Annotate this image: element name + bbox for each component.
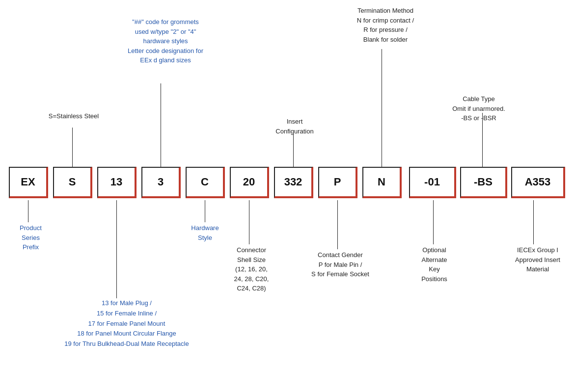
annotation-c-below: HardwareStyle: [179, 223, 231, 242]
box-332: 332: [274, 167, 313, 198]
annotation-01-below: OptionalAlternateKeyPositions: [409, 245, 460, 284]
vline-ex-down: [28, 200, 28, 222]
box-n: N: [362, 167, 402, 198]
box-01-label: -01: [424, 176, 440, 188]
box-s-label: S: [69, 176, 76, 188]
box-332-label: 332: [284, 176, 302, 188]
vline-n-up: [382, 49, 382, 167]
box-bs: -BS: [460, 167, 507, 198]
annotation-13-below: 13 for Male Plug /15 for Female Inline /…: [53, 298, 200, 349]
box-01: -01: [409, 167, 456, 198]
annotation-bs-above: Cable TypeOmit if unarmored.-BS or -BSR: [437, 94, 520, 123]
annotation-20-below: ConnectorShell Size(12, 16, 20,24, 28, C…: [222, 245, 281, 293]
box-ex-label: EX: [21, 176, 35, 188]
vline-c-down: [205, 200, 205, 222]
diagram-container: EX S 13 3 C 20 332 P N -01 -BS A353: [0, 0, 575, 392]
box-3-label: 3: [158, 176, 164, 188]
box-13: 13: [97, 167, 137, 198]
box-3: 3: [141, 167, 181, 198]
box-13-label: 13: [110, 176, 122, 188]
box-a353-label: A353: [525, 176, 551, 188]
vline-332-up: [293, 131, 294, 167]
annotation-n-above: Termination MethodN for crimp contact /R…: [336, 6, 435, 44]
vline-3-up: [161, 83, 161, 167]
vline-13-down: [116, 200, 117, 298]
box-bs-label: -BS: [474, 176, 493, 188]
box-c-label: C: [201, 176, 209, 188]
annotation-p-below: Contact GenderP for Male Pin /S for Fema…: [299, 250, 382, 279]
box-n-label: N: [378, 176, 385, 188]
box-20-label: 20: [243, 176, 255, 188]
vline-p-down: [337, 200, 338, 249]
vline-01-down: [433, 200, 434, 244]
box-ex: EX: [9, 167, 48, 198]
vline-20-down: [249, 200, 249, 244]
vline-a353-down: [533, 200, 534, 244]
box-s: S: [53, 167, 92, 198]
annotation-s-above: S=Stainless Steel: [44, 112, 103, 121]
box-a353: A353: [511, 167, 565, 198]
box-c: C: [186, 167, 225, 198]
annotation-a353-below: IECEx Group IApproved InsertMaterial: [506, 245, 570, 274]
box-p-label: P: [334, 176, 341, 188]
annotation-3-above: "##" code for grommetsused w/type "2" or…: [121, 17, 210, 65]
box-20: 20: [230, 167, 269, 198]
annotation-332-above: InsertConfiguration: [265, 117, 324, 136]
annotation-ex-below: ProductSeriesPrefix: [7, 223, 54, 252]
box-p: P: [318, 167, 357, 198]
vline-s-up: [72, 128, 73, 167]
